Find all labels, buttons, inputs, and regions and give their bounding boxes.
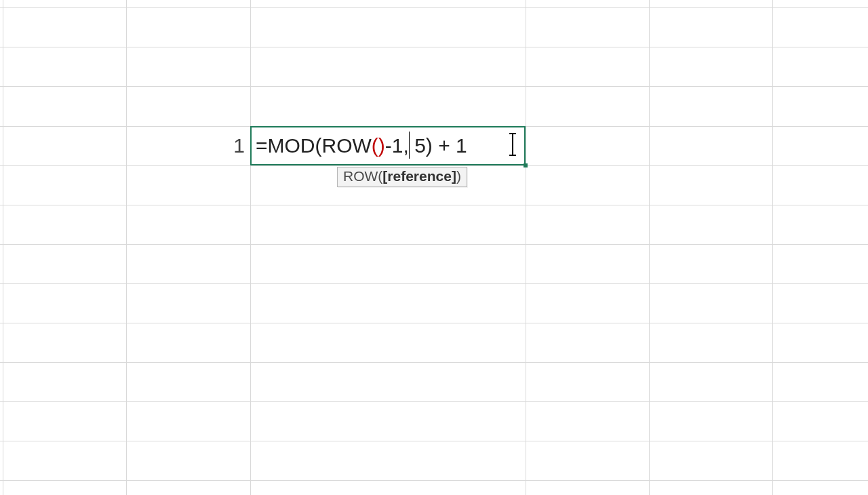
gridline-row [0,7,868,8]
formula-segment: -1, 5) + 1 [385,134,467,157]
text-cursor [409,132,410,159]
gridline-col [649,0,650,495]
cell-value: 1 [233,134,245,157]
function-tooltip[interactable]: ROW([reference]) [337,167,467,187]
formula-open-paren: ( [372,134,378,157]
cell-left-value[interactable]: 1 [126,126,250,165]
formula-segment: =MOD(ROW [256,134,372,157]
spreadsheet-grid[interactable]: 1 =MOD(ROW()-1, 5) + 1 ROW([reference]) [0,0,868,495]
gridline-row [0,480,868,481]
gridline-row [0,441,868,441]
gridline-row [0,401,868,402]
gridline-col [772,0,773,495]
gridline-col [250,0,251,495]
gridline-row [0,165,868,166]
gridline-col [526,0,526,495]
gridline-col [126,0,127,495]
active-cell-editor[interactable]: =MOD(ROW()-1, 5) + 1 [250,126,526,165]
tooltip-argument: [reference] [382,168,456,184]
gridline-row [0,323,868,323]
gridline-row [0,86,868,87]
gridline-row [0,205,868,205]
tooltip-prefix: ROW( [343,168,382,184]
gridline-row [0,362,868,363]
fill-handle[interactable] [524,163,528,167]
gridline-row [0,283,868,284]
gridline-row [0,244,868,245]
tooltip-suffix: ) [456,168,461,184]
gridline-row [0,47,868,47]
formula-close-paren: ) [378,134,385,157]
gridline-col [3,0,3,495]
